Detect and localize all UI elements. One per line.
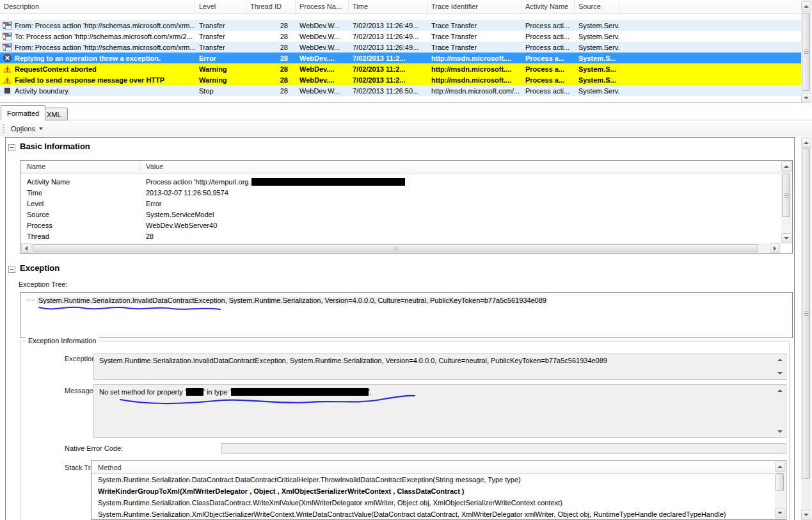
collapse-exception-icon[interactable] bbox=[8, 266, 15, 273]
scrollbar-thumb[interactable] bbox=[802, 13, 810, 91]
basic-info-row[interactable]: Activity Name Process action 'http://tem… bbox=[20, 177, 777, 188]
trace-list-header: Description Level Thread ID Process Na..… bbox=[0, 0, 801, 14]
trace-identifier: http://msdn.microsoft.com/... bbox=[427, 87, 521, 95]
trace-level: Warning bbox=[195, 76, 246, 84]
stack-trace-row[interactable]: WriteKinderGroupToXml(XmlWriterDelegator… bbox=[92, 485, 774, 497]
scroll-up-icon[interactable] bbox=[777, 359, 783, 361]
trace-process-name: WebDev.W... bbox=[296, 22, 349, 29]
trace-source: System.Serv... bbox=[575, 33, 619, 40]
scroll-up-icon[interactable] bbox=[781, 161, 792, 172]
basic-info-name: Level bbox=[27, 200, 44, 207]
trace-identifier: http://msdn.microsoft.... bbox=[427, 65, 521, 73]
scroll-down-icon[interactable] bbox=[781, 233, 792, 243]
stop-icon bbox=[4, 88, 10, 93]
trace-process-name: WebDev.... bbox=[296, 76, 349, 84]
message-field[interactable]: No set method for property '' in type ''… bbox=[93, 384, 786, 438]
trace-activity-name: Process acti... bbox=[521, 87, 575, 95]
trace-list-scrollbar[interactable] bbox=[801, 0, 811, 103]
trace-row[interactable]: To: Process action 'http://schemas.micro… bbox=[0, 31, 801, 42]
basic-info-name: Activity Name bbox=[27, 178, 70, 186]
trace-row[interactable]: Activity boundary. Stop 28 WebDev.W... 7… bbox=[0, 85, 801, 96]
warning-icon bbox=[3, 65, 12, 73]
trace-source: System.Serv... bbox=[575, 87, 619, 95]
options-label: Options bbox=[11, 125, 35, 133]
collapse-basic-information-icon[interactable] bbox=[8, 144, 15, 151]
basic-info-value: Process action 'http://tempuri.org. bbox=[146, 178, 405, 186]
column-header-process-name[interactable]: Process Na... bbox=[296, 0, 349, 13]
scrollbar-thumb[interactable] bbox=[782, 174, 790, 217]
trace-row[interactable]: RequestContext aborted Warning 28 WebDev… bbox=[0, 63, 801, 74]
native-error-code-field[interactable] bbox=[221, 443, 786, 454]
trace-row[interactable]: From: Process action 'http://schemas.mic… bbox=[0, 42, 801, 53]
scroll-right-icon[interactable] bbox=[770, 243, 780, 253]
basic-info-row[interactable]: Level Error bbox=[20, 199, 777, 209]
scroll-up-icon[interactable] bbox=[775, 462, 785, 472]
stack-trace-method-header[interactable]: Method bbox=[92, 461, 775, 474]
options-button[interactable]: Options bbox=[8, 124, 45, 134]
stack-trace-scrollbar[interactable] bbox=[775, 462, 785, 520]
scrollbar-thumb[interactable] bbox=[776, 473, 784, 491]
column-header-activity-name[interactable]: Activity Name bbox=[521, 0, 575, 13]
column-header-time[interactable]: Time bbox=[349, 0, 427, 13]
column-header-name[interactable]: Name bbox=[27, 163, 45, 170]
column-header-description[interactable]: Description bbox=[0, 0, 195, 13]
trace-description: Failed to send response message over HTT… bbox=[15, 76, 164, 84]
stack-trace-row[interactable]: System.Runtime.Serialization.XmlObjectSe… bbox=[92, 508, 774, 520]
trace-level: Transfer bbox=[195, 22, 246, 29]
trace-row[interactable]: Replying to an operation threw a excepti… bbox=[0, 53, 801, 63]
exception-type-field[interactable]: System.Runtime.Serialization.InvalidData… bbox=[93, 353, 786, 380]
basic-info-vertical-scrollbar[interactable] bbox=[781, 161, 792, 243]
scroll-down-icon[interactable] bbox=[777, 430, 783, 433]
native-error-code-label: Native Error Code: bbox=[65, 444, 123, 452]
scroll-down-icon[interactable] bbox=[777, 372, 783, 375]
basic-info-row[interactable]: Time 2013-02-07 11:26:50.9574 bbox=[20, 188, 777, 199]
trace-thread-id: 28 bbox=[246, 44, 296, 51]
basic-info-row[interactable]: Thread 28 bbox=[20, 231, 777, 242]
trace-identifier: Trace Transfer bbox=[427, 22, 521, 29]
basic-info-name: Thread bbox=[27, 232, 49, 240]
column-header-value[interactable]: Value bbox=[146, 163, 163, 170]
column-header-trace-identifier[interactable]: Trace Identifier bbox=[427, 0, 521, 13]
transfer-icon bbox=[3, 21, 12, 29]
stack-trace-row[interactable]: System.Runtime.Serialization.ClassDataCo… bbox=[92, 497, 774, 508]
redaction-bar bbox=[251, 178, 405, 186]
basic-info-horizontal-scrollbar[interactable] bbox=[21, 243, 780, 253]
trace-level: Transfer bbox=[195, 44, 246, 51]
stack-trace-row[interactable]: System.Runtime.Serialization.DataContrac… bbox=[92, 474, 774, 485]
exception-tree-label: Exception Tree: bbox=[19, 280, 67, 288]
scroll-down-icon[interactable] bbox=[801, 93, 811, 103]
exception-tree-item[interactable]: System.Runtime.Serialization.InvalidData… bbox=[26, 297, 548, 304]
trace-row[interactable]: From: Process action 'http://schemas.mic… bbox=[0, 20, 801, 31]
trace-source: System.Serv... bbox=[575, 22, 619, 29]
tab-strip: Formatted XML bbox=[0, 105, 812, 120]
trace-time: 7/02/2013 11:2... bbox=[349, 76, 427, 84]
column-header-level[interactable]: Level bbox=[195, 0, 246, 13]
basic-info-row[interactable]: Source System.ServiceModel bbox=[20, 209, 777, 220]
basic-info-row[interactable]: Process WebDev.WebServer40 bbox=[20, 220, 777, 231]
tree-connector-icon bbox=[26, 300, 35, 301]
trace-identifier: http://msdn.microsoft.... bbox=[427, 54, 521, 62]
scroll-up-icon[interactable] bbox=[777, 389, 783, 392]
scrollbar-thumb[interactable] bbox=[33, 244, 758, 252]
scroll-up-icon[interactable] bbox=[801, 138, 811, 148]
scroll-down-icon[interactable] bbox=[775, 508, 785, 518]
trace-identifier: Trace Transfer bbox=[427, 33, 521, 40]
trace-level: Stop bbox=[195, 87, 246, 95]
scroll-left-icon[interactable] bbox=[21, 243, 31, 253]
trace-row[interactable]: Failed to send response message over HTT… bbox=[0, 74, 801, 85]
trace-thread-id: 28 bbox=[246, 54, 296, 62]
tab-formatted[interactable]: Formatted bbox=[1, 105, 45, 120]
trace-description: RequestContext aborted bbox=[15, 65, 97, 73]
trace-activity-name: Process a... bbox=[521, 76, 575, 84]
scroll-down-icon[interactable] bbox=[801, 510, 811, 520]
stack-trace-box[interactable]: Method System.Runtime.Serialization.Data… bbox=[91, 460, 786, 520]
column-header-thread-id[interactable]: Thread ID bbox=[246, 0, 296, 13]
basic-info-name: Process bbox=[27, 222, 52, 229]
formatted-pane-scrollbar[interactable] bbox=[801, 137, 811, 520]
scroll-up-icon[interactable] bbox=[801, 1, 811, 12]
transfer-icon bbox=[3, 32, 12, 40]
scrollbar-thumb[interactable] bbox=[802, 149, 810, 479]
trace-identifier: http://msdn.microsoft.... bbox=[427, 76, 521, 84]
exception-tree-box[interactable]: System.Runtime.Serialization.InvalidData… bbox=[20, 292, 793, 338]
column-header-source[interactable]: Source bbox=[575, 0, 619, 13]
